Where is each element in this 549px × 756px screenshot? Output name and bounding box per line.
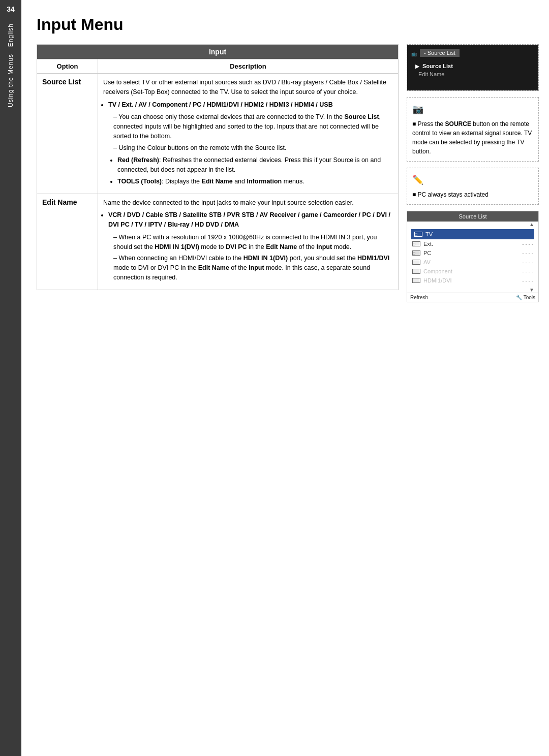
source-item-ext: □ Ext. - - - - bbox=[411, 239, 534, 248]
edit-name-intro: Name the device connected to the input j… bbox=[103, 198, 393, 208]
source-item-component: Component - - - - bbox=[411, 267, 534, 276]
source-hdmi-label: HDMI1/DVI bbox=[423, 277, 452, 284]
source-ext-label: Ext. bbox=[423, 241, 433, 247]
dash-item-2: Using the Colour buttons on the remote w… bbox=[113, 143, 393, 153]
pc-icon: □ bbox=[412, 250, 420, 256]
source-list-option-item: TV / Ext. / AV / Component / PC / HDMI1/… bbox=[108, 100, 393, 110]
col-description-header: Description bbox=[98, 59, 399, 74]
description-source-list: Use to select TV or other external input… bbox=[98, 74, 399, 194]
option-edit-name: Edit Name bbox=[37, 194, 98, 290]
menu-source-list-label: Source List bbox=[422, 63, 453, 69]
sub-bullet-tools: TOOLS (Tools): Displays the Edit Name an… bbox=[117, 177, 393, 186]
description-edit-name: Name the device connected to the input j… bbox=[98, 194, 399, 290]
note-pc-activated: ✏️ ■ PC always stays activated bbox=[407, 168, 539, 205]
edit-name-dash-2: When connecting an HDMI/DVI cable to the… bbox=[113, 254, 393, 282]
input-table: Input Option Description Source List Use bbox=[37, 44, 399, 290]
screenshot-input-menu: 📺 - Source List ▶ Source List Edit Name bbox=[407, 44, 539, 91]
source-list-intro: Use to select TV or other external input… bbox=[103, 78, 393, 97]
hdmi-dashes: - - - - bbox=[522, 278, 533, 284]
edit-name-dashes: When a PC with a resolution of 1920 x 10… bbox=[113, 233, 393, 282]
ext-icon: □ bbox=[412, 241, 420, 246]
col-option-header: Option bbox=[37, 59, 98, 74]
right-column: 📺 - Source List ▶ Source List Edit Name bbox=[407, 44, 539, 741]
menu-edit-name-label: Edit Name bbox=[418, 71, 444, 77]
main-content: Input Menu Input Option Description bbox=[21, 0, 549, 756]
page-container: 34 English Using the Menus Input Menu In… bbox=[0, 0, 549, 756]
screen-icon: 📺 bbox=[411, 51, 417, 56]
pc-dashes: - - - - bbox=[522, 250, 533, 256]
source-item-tv: □ TV bbox=[411, 229, 534, 239]
source-av-label: AV bbox=[423, 259, 431, 265]
content-columns: Input Option Description Source List Use bbox=[37, 44, 539, 741]
source-item-av: AV - - - - bbox=[411, 258, 534, 267]
footer-tools: 🔧 Tools bbox=[516, 295, 535, 300]
dash-item-1: You can choose only those external devic… bbox=[113, 112, 393, 141]
footer-refresh: Refresh bbox=[410, 295, 428, 300]
source-list-screenshot: Source List ▲ □ TV □ Ext. - - - - bbox=[407, 211, 539, 302]
component-dashes: - - - - bbox=[522, 269, 533, 274]
edit-name-dash-1: When a PC with a resolution of 1920 x 10… bbox=[113, 233, 393, 252]
av-dashes: - - - - bbox=[522, 260, 533, 265]
scroll-up-arrow: ▲ bbox=[407, 222, 538, 227]
sidebar-menus-label: Using the Menus bbox=[7, 54, 14, 107]
scroll-down-arrow: ▼ bbox=[407, 287, 538, 293]
source-list-footer: Refresh 🔧 Tools bbox=[407, 293, 538, 302]
source-item-pc: □ PC - - - - bbox=[411, 248, 534, 258]
left-column: Input Option Description Source List Use bbox=[37, 44, 399, 741]
source-tv-label: TV bbox=[425, 231, 433, 237]
page-title: Input Menu bbox=[37, 15, 539, 34]
source-pc-label: PC bbox=[423, 250, 431, 256]
note-source-text: ■ Press the SOURCE button on the remote … bbox=[412, 120, 532, 155]
source-list-items: □ TV □ Ext. - - - - □ PC - - - - bbox=[407, 227, 538, 287]
component-icon bbox=[412, 269, 420, 274]
source-list-options: TV / Ext. / AV / Component / PC / HDMI1/… bbox=[108, 100, 393, 110]
source-item-hdmi: HDMI1/DVI - - - - bbox=[411, 276, 534, 285]
screen-menu-source-list: ▶ Source List bbox=[411, 62, 534, 70]
source-component-label: Component bbox=[423, 268, 452, 274]
av-icon bbox=[412, 260, 420, 265]
edit-name-options: VCR / DVD / Cable STB / Satellite STB / … bbox=[108, 210, 393, 230]
source-list-title: Source List bbox=[407, 211, 538, 222]
sub-bullet-red: Red (Refresh): Refreshes the connected e… bbox=[117, 155, 393, 175]
screen-header: 📺 - Source List bbox=[411, 49, 534, 59]
screen-ui-input: 📺 - Source List ▶ Source List Edit Name bbox=[407, 45, 538, 90]
note-pc-text: ■ PC always stays activated bbox=[412, 191, 489, 198]
menu-source-icon: ▶ bbox=[415, 64, 419, 69]
sidebar: 34 English Using the Menus bbox=[0, 0, 21, 756]
note-icon-1: 📷 bbox=[412, 103, 533, 116]
screen-menu-edit-name: Edit Name bbox=[411, 70, 534, 78]
note-source-button: 📷 ■ Press the SOURCE button on the remot… bbox=[407, 97, 539, 162]
page-number: 34 bbox=[7, 5, 15, 13]
ext-dashes: - - - - bbox=[522, 241, 533, 247]
table-header: Input bbox=[37, 45, 399, 59]
source-list-sub-bullets: Red (Refresh): Refreshes the connected e… bbox=[117, 155, 393, 186]
sidebar-english-label: English bbox=[7, 23, 14, 47]
note-icon-2: ✏️ bbox=[412, 173, 533, 187]
screen-menu-title: - Source List bbox=[420, 49, 460, 57]
source-list-dashes: You can choose only those external devic… bbox=[113, 112, 393, 152]
hdmi-icon bbox=[412, 278, 420, 283]
option-source-list: Source List bbox=[37, 74, 98, 194]
tv-icon: □ bbox=[414, 232, 422, 237]
table-row-source-list: Source List Use to select TV or other ex… bbox=[37, 74, 399, 194]
table-row-edit-name: Edit Name Name the device connected to t… bbox=[37, 194, 399, 290]
edit-name-option-item: VCR / DVD / Cable STB / Satellite STB / … bbox=[108, 210, 393, 230]
